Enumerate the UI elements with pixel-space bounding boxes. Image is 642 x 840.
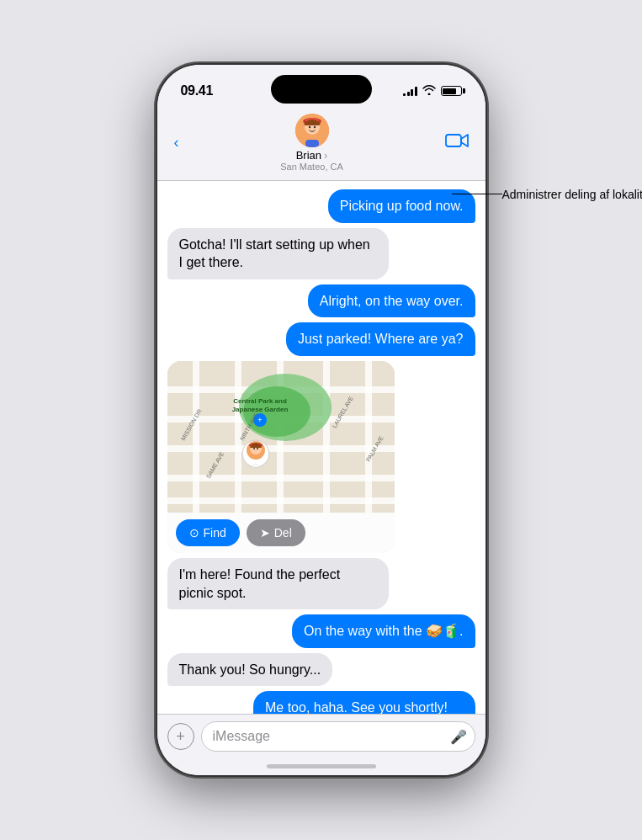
message-input[interactable]: [201, 721, 475, 752]
message-row: Just parked! Where are ya?: [167, 322, 475, 356]
microphone-icon[interactable]: 🎤: [450, 729, 467, 745]
back-button[interactable]: ‹: [171, 130, 183, 155]
message-bubble[interactable]: Gotcha! I'll start setting up when I get…: [167, 228, 390, 279]
svg-rect-7: [305, 140, 319, 147]
status-time: 09.41: [181, 83, 214, 98]
message-row: Alright, on the way over.: [167, 284, 475, 318]
map-bubble[interactable]: Central Park and Japanese Garden + MISSI…: [167, 361, 395, 553]
message-row: I'm here! Found the perfect picnic spot.: [167, 558, 475, 609]
find-icon: ⊙: [189, 526, 199, 540]
annotation-line: [452, 194, 502, 194]
message-bubble[interactable]: I'm here! Found the perfect picnic spot.: [167, 558, 390, 609]
message-row: On the way with the 🥪🧃.: [167, 614, 475, 648]
contact-name: Brian ›: [296, 149, 328, 162]
svg-point-36: [257, 448, 258, 449]
message-input-wrapper: iMessage 🎤: [201, 721, 475, 752]
contact-subtitle: San Mateo, CA: [280, 162, 343, 172]
messages-area: Picking up food now. Gotcha! I'll start …: [157, 181, 485, 714]
message-bubble[interactable]: Just parked! Where are ya?: [286, 322, 475, 356]
share-icon: ➤: [260, 526, 270, 540]
map-actions: ⊙ Find ➤ Del: [167, 513, 395, 553]
message-row: Picking up food now.: [167, 189, 475, 223]
annotation: Administrer deling af lokalitet.: [502, 187, 643, 204]
status-icons: [403, 85, 462, 98]
video-call-button[interactable]: [442, 129, 472, 157]
message-bubble[interactable]: Thank you! So hungry...: [167, 653, 333, 687]
svg-text:Central Park and: Central Park and: [233, 397, 287, 405]
battery-icon: [441, 86, 462, 96]
svg-point-6: [313, 126, 315, 128]
message-row: Gotcha! I'll start setting up when I get…: [167, 228, 475, 279]
dynamic-island: [271, 75, 372, 104]
svg-rect-19: [365, 361, 372, 513]
home-indicator: [267, 764, 376, 768]
message-bubble[interactable]: Me too, haha. See you shortly! 😎: [253, 691, 475, 714]
message-row: Me too, haha. See you shortly! 😎 Leveret: [167, 691, 475, 714]
map-area: Central Park and Japanese Garden + MISSI…: [167, 361, 395, 513]
add-attachment-button[interactable]: +: [167, 723, 194, 750]
find-button[interactable]: ⊙ Find: [176, 519, 240, 546]
svg-rect-8: [446, 135, 461, 146]
svg-text:Japanese Garden: Japanese Garden: [231, 406, 288, 413]
message-bubble[interactable]: Alright, on the way over.: [308, 284, 475, 318]
contact-info[interactable]: Brian › San Mateo, CA: [183, 114, 442, 172]
share-location-button[interactable]: ➤ Del: [247, 519, 305, 546]
signal-icon: [403, 86, 417, 96]
message-bubble[interactable]: On the way with the 🥪🧃.: [292, 614, 475, 648]
message-row: Thank you! So hungry...: [167, 653, 475, 687]
svg-point-5: [308, 126, 310, 128]
svg-point-35: [253, 448, 255, 449]
navigation-header: ‹: [157, 110, 485, 181]
wifi-icon: [422, 85, 436, 98]
avatar: [295, 114, 329, 147]
message-row: Central Park and Japanese Garden + MISSI…: [167, 361, 475, 553]
svg-rect-18: [323, 361, 330, 513]
svg-text:+: +: [257, 416, 262, 424]
svg-rect-15: [193, 361, 199, 513]
